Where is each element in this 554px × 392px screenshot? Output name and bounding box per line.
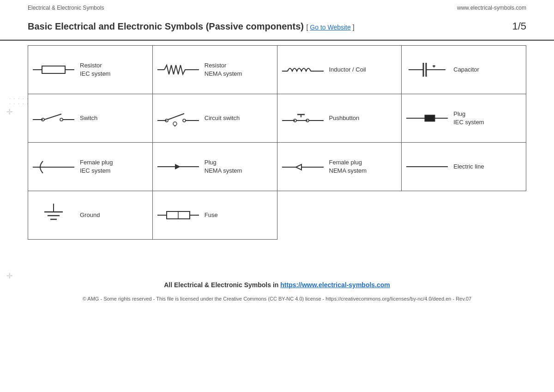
symbol-plug-nema <box>157 160 199 174</box>
symbol-resistor-iec <box>33 63 74 77</box>
title-bar: Basic Electrical and Electronic Symbols … <box>0 16 554 41</box>
label-switch: Switch <box>80 114 97 122</box>
label-plug-nema: PlugNEMA system <box>205 158 242 175</box>
cell-female-plug-nema: Female plugNEMA system <box>277 143 402 191</box>
cell-ground: Ground <box>28 191 153 240</box>
label-inductor: Inductor / Coil <box>329 66 366 74</box>
label-female-plug-nema: Female plugNEMA system <box>329 158 367 175</box>
symbol-electric-line <box>406 162 448 171</box>
table-row: Switch <box>28 94 526 143</box>
label-circuit-switch: Circuit switch <box>205 114 240 122</box>
symbol-inductor <box>282 63 324 77</box>
table-row: Female plugIEC system PlugNEMA system <box>28 143 526 191</box>
svg-rect-1 <box>42 66 65 73</box>
footer: All Electrical & Electronic Symbols in h… <box>0 272 554 315</box>
footer-text: All Electrical & Electronic Symbols in h… <box>9 281 545 289</box>
svg-rect-33 <box>425 115 435 121</box>
cell-empty-1 <box>277 191 402 240</box>
page-number: 1/5 <box>512 20 526 32</box>
side-cross-1: ✛ <box>6 108 12 116</box>
cell-resistor-iec: ResistorIEC system <box>28 46 153 94</box>
cell-inductor: Inductor / Coil <box>277 46 402 94</box>
label-resistor-nema: ResistorNEMA system <box>205 61 242 78</box>
symbol-female-plug-iec <box>33 159 74 175</box>
page-title: Basic Electrical and Electronic Symbols … <box>28 21 355 32</box>
symbol-plug-iec <box>406 111 448 125</box>
symbol-switch <box>33 110 74 127</box>
svg-point-21 <box>183 119 186 122</box>
symbol-circuit-switch <box>157 109 199 127</box>
svg-point-16 <box>60 118 63 121</box>
symbol-resistor-nema <box>157 63 199 77</box>
side-cross-2: ✛ <box>6 271 12 280</box>
cell-pushbutton: Pushbutton <box>277 94 402 143</box>
header-left: Electrical & Electronic Symbols <box>28 5 104 11</box>
label-pushbutton: Pushbutton <box>329 114 360 122</box>
main-content: ✛ · · · · ·· · · · · ✛ ResistorIEC syste… <box>0 41 554 244</box>
header-right: www.electrical-symbols.com <box>457 5 526 11</box>
table-row: ResistorIEC system ResistorNEMA system <box>28 46 526 94</box>
symbols-table: ResistorIEC system ResistorNEMA system <box>28 45 526 240</box>
cell-female-plug-iec: Female plugIEC system <box>28 143 153 191</box>
svg-point-23 <box>173 122 177 126</box>
footer-copyright: © AMG - Some rights reserved - This file… <box>9 291 545 306</box>
website-link[interactable]: Go to Website <box>310 24 350 31</box>
label-electric-line: Electric line <box>453 163 484 171</box>
cell-plug-nema: PlugNEMA system <box>152 143 277 191</box>
label-plug-iec: PlugIEC system <box>453 110 484 127</box>
label-fuse: Fuse <box>205 211 218 219</box>
label-resistor-iec: ResistorIEC system <box>80 61 110 78</box>
cell-circuit-switch: Circuit switch <box>152 94 277 143</box>
symbol-ground <box>33 204 74 227</box>
header: Electrical & Electronic Symbols www.elec… <box>0 0 554 16</box>
cell-switch: Switch <box>28 94 153 143</box>
footer-link[interactable]: https://www.electrical-symbols.com <box>280 281 390 289</box>
cell-empty-2 <box>402 191 526 240</box>
table-row: Ground Fuse <box>28 191 526 240</box>
label-capacitor: Capacitor <box>453 66 479 74</box>
svg-marker-38 <box>175 164 181 169</box>
cell-plug-iec: PlugIEC system <box>402 94 526 143</box>
svg-marker-41 <box>296 164 301 170</box>
label-ground: Ground <box>80 211 100 219</box>
cell-resistor-nema: ResistorNEMA system <box>152 46 277 94</box>
side-dots-1: · · · · ·· · · · · <box>9 96 29 106</box>
symbol-capacitor <box>406 60 448 79</box>
cell-electric-line: Electric line <box>402 143 526 191</box>
symbol-pushbutton <box>282 109 324 127</box>
symbol-female-plug-nema <box>282 159 324 175</box>
label-female-plug-iec: Female plugIEC system <box>80 158 113 175</box>
cell-fuse: Fuse <box>152 191 277 240</box>
cell-capacitor: Capacitor <box>402 46 526 94</box>
svg-line-20 <box>168 114 184 120</box>
svg-line-15 <box>44 114 61 120</box>
symbol-fuse <box>157 208 199 222</box>
